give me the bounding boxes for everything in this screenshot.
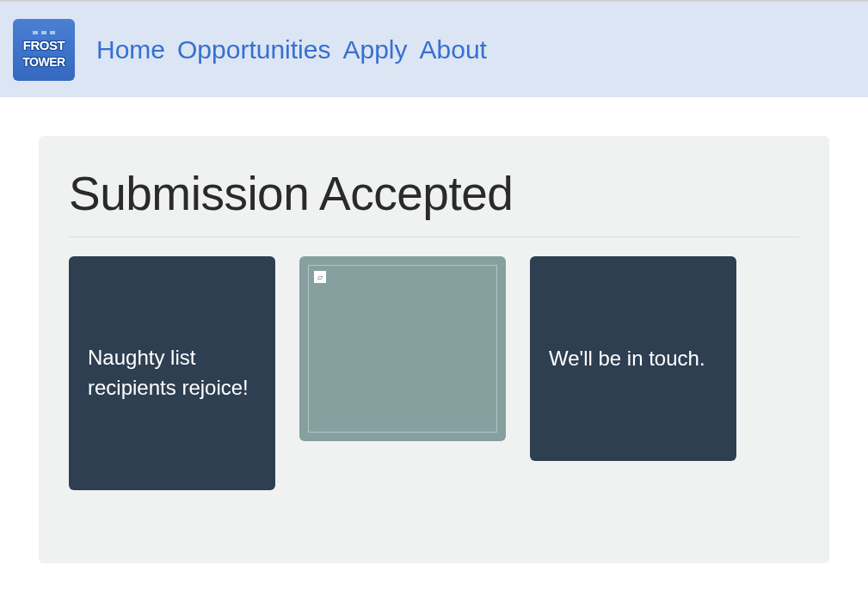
content-wrap: Submission Accepted Naughty list recipie… (0, 97, 868, 563)
logo-text-bottom: TOWER (13, 55, 75, 69)
cards-row: Naughty list recipients rejoice! ▱ We'll… (69, 256, 799, 490)
broken-image-icon: ▱ (314, 271, 326, 283)
card-image: ▱ (299, 256, 506, 441)
navbar: FROST TOWER Home Opportunities Apply Abo… (0, 2, 868, 97)
page-title: Submission Accepted (69, 166, 799, 221)
card-left: Naughty list recipients rejoice! (69, 256, 275, 490)
card-right-text: We'll be in touch. (549, 344, 705, 374)
logo[interactable]: FROST TOWER (13, 19, 75, 81)
nav-apply[interactable]: Apply (342, 35, 407, 64)
card-left-text: Naughty list recipients rejoice! (88, 343, 256, 403)
card-right: We'll be in touch. (530, 256, 736, 461)
nav-about[interactable]: About (420, 35, 487, 64)
content-panel: Submission Accepted Naughty list recipie… (39, 136, 829, 563)
nav-links: Home Opportunities Apply About (96, 35, 487, 64)
logo-text-top: FROST (13, 38, 75, 52)
divider (69, 236, 799, 237)
nav-opportunities[interactable]: Opportunities (177, 35, 330, 64)
card-image-placeholder: ▱ (308, 265, 497, 433)
nav-home[interactable]: Home (96, 35, 165, 64)
